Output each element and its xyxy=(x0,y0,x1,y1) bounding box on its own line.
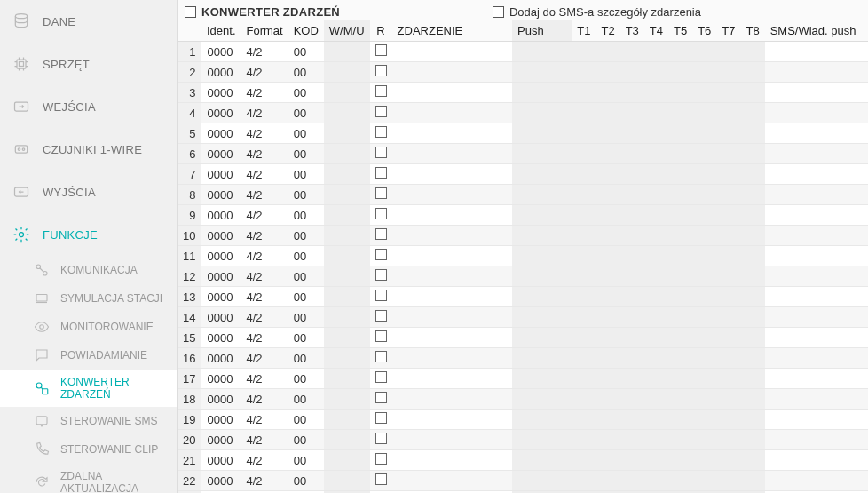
cell-r[interactable] xyxy=(370,369,392,389)
cell-t5[interactable] xyxy=(668,42,692,62)
cell-r[interactable] xyxy=(370,450,392,471)
cell-zdarzenie[interactable] xyxy=(392,307,512,328)
cell-t6[interactable] xyxy=(692,205,716,226)
cell-t7[interactable] xyxy=(716,389,740,410)
cell-t7[interactable] xyxy=(716,185,740,205)
col-t7[interactable]: T7 xyxy=(716,20,740,42)
cell-t8[interactable] xyxy=(741,103,765,123)
cell-t3[interactable] xyxy=(620,266,644,287)
cell-t3[interactable] xyxy=(620,307,644,328)
cell-t4[interactable] xyxy=(644,185,668,205)
cell-push[interactable] xyxy=(512,185,572,205)
cell-t6[interactable] xyxy=(692,83,716,103)
cell-t1[interactable] xyxy=(572,389,596,410)
cell-t5[interactable] xyxy=(668,450,692,471)
cell-kod[interactable]: 00 xyxy=(288,471,324,491)
cell-t8[interactable] xyxy=(741,83,765,103)
r-checkbox[interactable] xyxy=(375,126,387,138)
cell-format[interactable]: 4/2 xyxy=(241,389,288,410)
cell-ident[interactable]: 0000 xyxy=(201,471,241,491)
cell-t7[interactable] xyxy=(716,266,740,287)
cell-t4[interactable] xyxy=(644,369,668,389)
cell-t8[interactable] xyxy=(741,328,765,348)
cell-format[interactable]: 4/2 xyxy=(241,42,288,62)
cell-r[interactable] xyxy=(370,144,392,164)
cell-r[interactable] xyxy=(370,164,392,185)
cell-t6[interactable] xyxy=(692,42,716,62)
cell-format[interactable]: 4/2 xyxy=(241,205,288,226)
cell-sms[interactable] xyxy=(765,410,868,430)
cell-ident[interactable]: 0000 xyxy=(201,348,241,369)
cell-ident[interactable]: 0000 xyxy=(201,369,241,389)
cell-wmu[interactable] xyxy=(324,205,370,226)
cell-t1[interactable] xyxy=(572,266,596,287)
cell-t4[interactable] xyxy=(644,389,668,410)
cell-sms[interactable] xyxy=(765,62,868,83)
cell-t1[interactable] xyxy=(572,42,596,62)
r-checkbox[interactable] xyxy=(375,473,387,485)
cell-t4[interactable] xyxy=(644,246,668,266)
table-row[interactable]: 700004/200 xyxy=(178,164,868,185)
cell-t4[interactable] xyxy=(644,164,668,185)
sidebar-sub-monitorowanie[interactable]: MONITOROWANIE xyxy=(0,313,177,341)
cell-r[interactable] xyxy=(370,62,392,83)
cell-t2[interactable] xyxy=(596,287,619,307)
cell-zdarzenie[interactable] xyxy=(392,144,512,164)
cell-zdarzenie[interactable] xyxy=(392,205,512,226)
cell-t4[interactable] xyxy=(644,307,668,328)
cell-wmu[interactable] xyxy=(324,430,370,450)
cell-t1[interactable] xyxy=(572,348,596,369)
cell-t6[interactable] xyxy=(692,430,716,450)
cell-t3[interactable] xyxy=(620,450,644,471)
cell-kod[interactable]: 00 xyxy=(288,164,324,185)
cell-t6[interactable] xyxy=(692,103,716,123)
table-row[interactable]: 800004/200 xyxy=(178,185,868,205)
r-checkbox[interactable] xyxy=(375,433,387,444)
table-row[interactable]: 1000004/200 xyxy=(178,226,868,246)
cell-wmu[interactable] xyxy=(324,471,370,491)
col-t5[interactable]: T5 xyxy=(668,20,692,42)
cell-t3[interactable] xyxy=(620,103,644,123)
sidebar-sub-symulacja[interactable]: SYMULACJA STACJI xyxy=(0,284,177,313)
cell-t6[interactable] xyxy=(692,287,716,307)
cell-push[interactable] xyxy=(512,410,572,430)
cell-t7[interactable] xyxy=(716,369,740,389)
cell-push[interactable] xyxy=(512,450,572,471)
cell-push[interactable] xyxy=(512,103,572,123)
cell-r[interactable] xyxy=(370,430,392,450)
cell-t3[interactable] xyxy=(620,83,644,103)
cell-push[interactable] xyxy=(512,430,572,450)
sidebar-item-czujniki[interactable]: CZUJNIKI 1-WIRE xyxy=(0,128,177,171)
r-checkbox[interactable] xyxy=(375,453,387,465)
cell-t6[interactable] xyxy=(692,389,716,410)
cell-t1[interactable] xyxy=(572,328,596,348)
cell-ident[interactable]: 0000 xyxy=(201,266,241,287)
col-r[interactable]: R xyxy=(370,20,392,42)
cell-t1[interactable] xyxy=(572,185,596,205)
sidebar-sub-clip[interactable]: STEROWANIE CLIP xyxy=(0,435,177,464)
cell-t7[interactable] xyxy=(716,42,740,62)
cell-push[interactable] xyxy=(512,62,572,83)
cell-t2[interactable] xyxy=(596,266,619,287)
cell-t7[interactable] xyxy=(716,471,740,491)
cell-t8[interactable] xyxy=(741,62,765,83)
table-row[interactable]: 1500004/200 xyxy=(178,328,868,348)
cell-t4[interactable] xyxy=(644,266,668,287)
sidebar-sub-komunikacja[interactable]: KOMUNIKACJA xyxy=(0,256,177,284)
cell-wmu[interactable] xyxy=(324,266,370,287)
cell-push[interactable] xyxy=(512,369,572,389)
sidebar-item-sprzet[interactable]: SPRZĘT xyxy=(0,43,177,85)
cell-t4[interactable] xyxy=(644,287,668,307)
cell-t6[interactable] xyxy=(692,328,716,348)
cell-t3[interactable] xyxy=(620,164,644,185)
sidebar-sub-konwerter[interactable]: KONWERTER ZDARZEŃ xyxy=(0,370,177,407)
cell-push[interactable] xyxy=(512,83,572,103)
cell-t6[interactable] xyxy=(692,471,716,491)
cell-t4[interactable] xyxy=(644,42,668,62)
cell-t2[interactable] xyxy=(596,307,619,328)
cell-t3[interactable] xyxy=(620,42,644,62)
cell-t2[interactable] xyxy=(596,83,619,103)
cell-t5[interactable] xyxy=(668,266,692,287)
cell-kod[interactable]: 00 xyxy=(288,348,324,369)
cell-format[interactable]: 4/2 xyxy=(241,164,288,185)
